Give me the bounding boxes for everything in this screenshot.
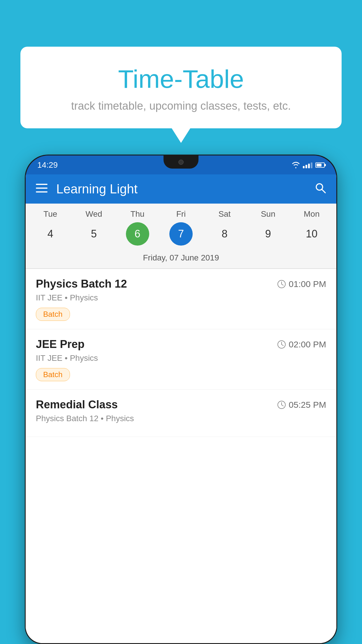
search-icon[interactable]: [314, 182, 326, 196]
clock-icon-3: [277, 400, 286, 409]
phone-inner: 14:29: [26, 155, 336, 643]
schedule-subtitle-1: IIT JEE • Physics: [36, 293, 326, 302]
schedule-subtitle-3: Physics Batch 12 • Physics: [36, 414, 326, 423]
day-column-wed[interactable]: Wed 5: [75, 209, 113, 246]
day-number-mon: 10: [300, 222, 323, 246]
svg-rect-2: [36, 191, 48, 192]
day-name-tue: Tue: [43, 209, 57, 219]
clock-icon-2: [277, 340, 286, 349]
schedule-time-3: 05:25 PM: [277, 400, 326, 410]
notch: [164, 155, 198, 169]
day-name-sat: Sat: [218, 209, 231, 219]
schedule-title-3: Remedial Class: [36, 398, 118, 411]
svg-line-4: [322, 189, 325, 193]
schedule-content: Physics Batch 12 01:00 PM IIT JEE • Phys…: [26, 269, 336, 643]
svg-rect-0: [36, 184, 48, 185]
day-column-sun[interactable]: Sun 9: [249, 209, 287, 246]
app-bar: Learning Light: [26, 174, 336, 204]
day-number-tue: 4: [39, 222, 62, 246]
schedule-time-1: 01:00 PM: [277, 279, 326, 289]
schedule-item-1[interactable]: Physics Batch 12 01:00 PM IIT JEE • Phys…: [26, 269, 336, 329]
notch-camera: [178, 160, 184, 165]
day-number-wed: 5: [82, 222, 106, 246]
schedule-time-2: 02:00 PM: [277, 340, 326, 349]
speech-bubble-container: Time-Table track timetable, upcoming cla…: [20, 47, 342, 128]
day-name-thu: Thu: [130, 209, 144, 219]
svg-rect-1: [36, 188, 48, 189]
batch-badge-2: Batch: [36, 368, 70, 381]
status-icons: [292, 162, 325, 168]
day-number-thu: 6: [126, 222, 149, 246]
status-bar: 14:29: [26, 155, 336, 174]
day-number-sun: 9: [256, 222, 280, 246]
wifi-icon: [292, 162, 300, 168]
schedule-item-2[interactable]: JEE Prep 02:00 PM IIT JEE • Physics Batc…: [26, 329, 336, 390]
phone-screen: Learning Light Tue 4 Wed: [26, 174, 336, 643]
day-column-mon[interactable]: Mon 10: [293, 209, 331, 246]
calendar-strip: Tue 4 Wed 5 Thu 6 Fri 7: [26, 204, 336, 268]
day-name-wed: Wed: [86, 209, 102, 219]
schedule-item-2-header: JEE Prep 02:00 PM: [36, 338, 326, 351]
bubble-title: Time-Table: [32, 64, 330, 94]
schedule-title-2: JEE Prep: [36, 338, 85, 351]
clock-icon-1: [277, 280, 286, 288]
day-name-sun: Sun: [261, 209, 275, 219]
day-number-sat: 8: [213, 222, 236, 246]
day-number-fri: 7: [169, 222, 193, 246]
svg-line-7: [282, 284, 283, 285]
svg-line-10: [282, 344, 283, 346]
schedule-subtitle-2: IIT JEE • Physics: [36, 354, 326, 363]
speech-bubble: Time-Table track timetable, upcoming cla…: [20, 47, 342, 128]
day-name-fri: Fri: [176, 209, 186, 219]
signal-bars-icon: [303, 162, 312, 168]
selected-date-label: Friday, 07 June 2019: [29, 249, 333, 268]
day-column-fri[interactable]: Fri 7: [162, 209, 200, 246]
schedule-item-3-header: Remedial Class 05:25 PM: [36, 398, 326, 411]
battery-icon: [315, 162, 325, 168]
day-name-mon: Mon: [304, 209, 319, 219]
day-column-sat[interactable]: Sat 8: [205, 209, 243, 246]
bubble-subtitle: track timetable, upcoming classes, tests…: [32, 100, 330, 112]
hamburger-icon[interactable]: [36, 183, 48, 195]
day-column-thu[interactable]: Thu 6: [119, 209, 157, 246]
days-row: Tue 4 Wed 5 Thu 6 Fri 7: [29, 209, 333, 249]
batch-badge-1: Batch: [36, 308, 70, 321]
schedule-title-1: Physics Batch 12: [36, 278, 127, 290]
schedule-item-1-header: Physics Batch 12 01:00 PM: [36, 278, 326, 290]
app-title: Learning Light: [56, 182, 314, 196]
svg-line-13: [282, 405, 283, 406]
status-time: 14:29: [37, 160, 58, 170]
phone-frame: 14:29: [25, 155, 337, 644]
schedule-item-3[interactable]: Remedial Class 05:25 PM Physics Batch 12…: [26, 390, 336, 437]
day-column-tue[interactable]: Tue 4: [31, 209, 69, 246]
